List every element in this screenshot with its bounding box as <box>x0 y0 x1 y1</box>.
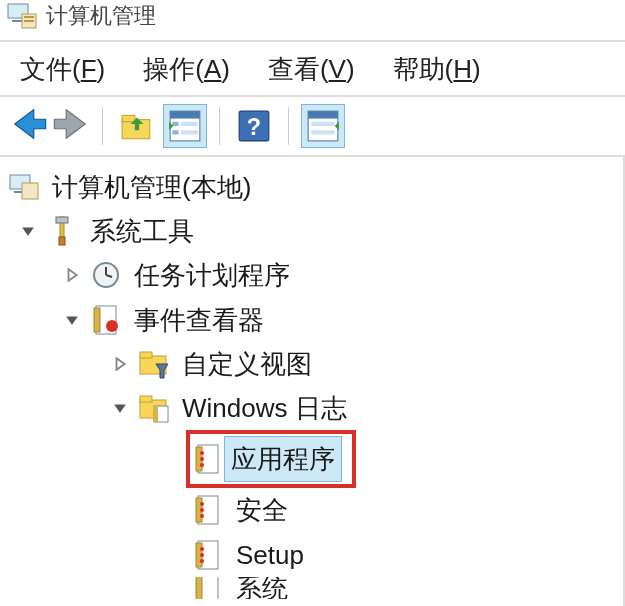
chevron-down-icon[interactable] <box>108 391 132 425</box>
menu-action[interactable]: 操作(A) <box>143 52 230 87</box>
tree-pane: 计算机管理(本地) 系统工具 任务计划程序 事件查看器 自定义视图 W <box>0 155 625 606</box>
computer-management-icon <box>6 0 38 32</box>
tree-security-label: 安全 <box>230 488 294 532</box>
tree-setup[interactable]: Setup <box>4 533 623 577</box>
svg-rect-31 <box>94 308 100 332</box>
svg-rect-18 <box>311 122 334 126</box>
svg-rect-11 <box>172 130 178 134</box>
tree-system-label: 系统 <box>230 577 294 599</box>
svg-rect-17 <box>308 111 338 118</box>
svg-rect-25 <box>56 217 68 223</box>
svg-rect-23 <box>22 183 38 199</box>
log-icon <box>192 577 224 599</box>
svg-point-42 <box>200 457 204 461</box>
tree-custom-views[interactable]: 自定义视图 <box>4 342 623 386</box>
tree-windows-logs-label: Windows 日志 <box>176 386 353 430</box>
chevron-right-icon[interactable] <box>108 347 132 381</box>
svg-rect-55 <box>196 577 202 599</box>
forward-arrow-icon[interactable] <box>52 105 90 147</box>
event-log-icon <box>90 304 122 336</box>
tree-system[interactable]: 系统 <box>4 577 623 599</box>
tree-event-viewer[interactable]: 事件查看器 <box>4 298 623 342</box>
chevron-down-icon[interactable] <box>16 214 40 248</box>
tree-custom-views-label: 自定义视图 <box>176 342 318 386</box>
tree-task-scheduler[interactable]: 任务计划程序 <box>4 253 623 297</box>
tree-root[interactable]: 计算机管理(本地) <box>4 165 623 209</box>
folder-icon <box>138 392 170 424</box>
tree-root-label: 计算机管理(本地) <box>46 165 257 209</box>
tree-application[interactable]: 应用程序 <box>4 430 623 488</box>
toolbar-separator <box>288 107 289 145</box>
svg-rect-10 <box>181 122 198 126</box>
tree-event-viewer-label: 事件查看器 <box>128 298 270 342</box>
highlight-box: 应用程序 <box>186 430 356 488</box>
log-icon <box>192 539 224 571</box>
tree-system-tools[interactable]: 系统工具 <box>4 209 623 253</box>
details-view-icon[interactable] <box>163 104 207 148</box>
menu-file[interactable]: 文件(F) <box>20 52 105 87</box>
log-icon <box>192 443 224 475</box>
svg-point-46 <box>200 502 204 506</box>
tree-application-label: 应用程序 <box>224 436 342 482</box>
tree-security[interactable]: 安全 <box>4 488 623 532</box>
menu-help[interactable]: 帮助(H) <box>393 52 481 87</box>
svg-point-52 <box>200 553 204 557</box>
svg-point-32 <box>106 320 118 332</box>
svg-rect-26 <box>59 237 65 245</box>
toolbar-separator <box>219 107 220 145</box>
window-title: 计算机管理 <box>46 1 156 31</box>
svg-rect-3 <box>24 16 34 18</box>
svg-rect-4 <box>24 20 34 22</box>
log-icon <box>192 494 224 526</box>
svg-rect-36 <box>140 396 152 402</box>
svg-rect-19 <box>311 130 334 134</box>
chevron-down-icon[interactable] <box>60 303 84 337</box>
computer-icon <box>8 171 40 203</box>
clock-icon <box>90 259 122 291</box>
svg-rect-8 <box>170 111 200 118</box>
tree-task-scheduler-label: 任务计划程序 <box>128 253 296 297</box>
svg-point-41 <box>200 451 204 455</box>
svg-point-51 <box>200 547 204 551</box>
chevron-right-icon[interactable] <box>60 258 84 292</box>
tree-system-tools-label: 系统工具 <box>84 209 200 253</box>
folder-filter-icon <box>138 348 170 380</box>
svg-rect-38 <box>153 407 158 422</box>
refresh-view-icon[interactable] <box>301 104 345 148</box>
title-bar: 计算机管理 <box>0 0 625 40</box>
svg-rect-6 <box>122 115 135 121</box>
toolbar: ? <box>0 95 625 155</box>
help-icon[interactable]: ? <box>232 104 276 148</box>
svg-rect-9 <box>172 122 178 126</box>
tree-setup-label: Setup <box>230 533 310 577</box>
tools-icon <box>46 215 78 247</box>
toolbar-separator <box>102 107 103 145</box>
svg-rect-12 <box>181 130 198 134</box>
tree-windows-logs[interactable]: Windows 日志 <box>4 386 623 430</box>
svg-point-48 <box>200 514 204 518</box>
svg-rect-34 <box>140 352 152 358</box>
menu-view[interactable]: 查看(V) <box>268 52 355 87</box>
up-folder-icon[interactable] <box>115 104 159 148</box>
back-arrow-icon[interactable] <box>10 105 48 147</box>
menubar: 文件(F) 操作(A) 查看(V) 帮助(H) <box>0 40 625 95</box>
svg-point-43 <box>200 463 204 467</box>
svg-text:?: ? <box>247 114 261 140</box>
svg-point-53 <box>200 559 204 563</box>
svg-point-47 <box>200 508 204 512</box>
